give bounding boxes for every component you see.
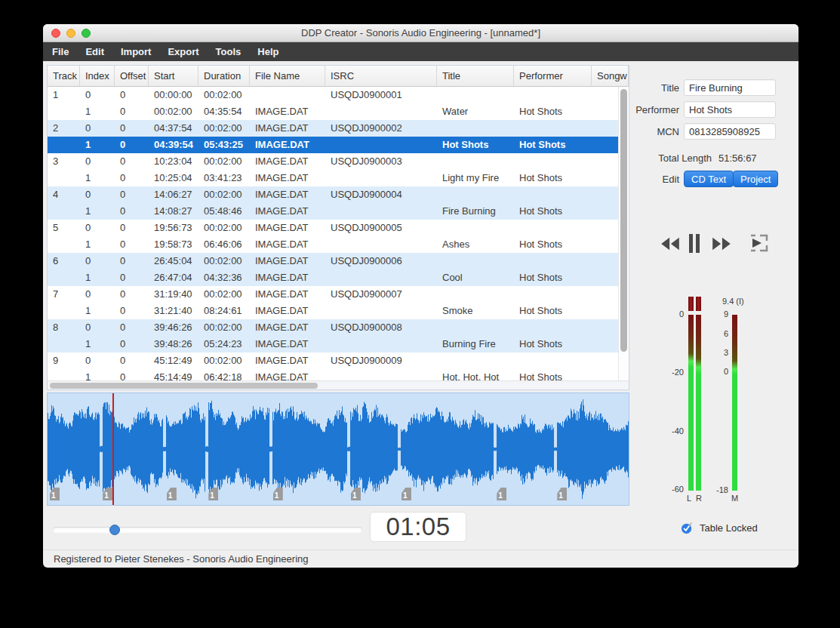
table-cell-songwriter bbox=[592, 269, 618, 286]
minimize-button[interactable] bbox=[66, 29, 75, 38]
table-cell-file: IMAGE.DAT bbox=[250, 170, 325, 186]
table-row[interactable]: 30010:23:0400:02:00IMAGE.DATUSQDJ0900003 bbox=[48, 153, 618, 170]
table-row[interactable]: 1039:48:2605:24:23IMAGE.DATBurning FireH… bbox=[48, 336, 618, 352]
table-cell-songwriter bbox=[592, 352, 618, 369]
menu-bar: FileEditImportExportToolsHelp bbox=[43, 42, 798, 61]
column-header-performer[interactable]: Performer bbox=[514, 66, 592, 86]
table-cell-file: IMAGE.DAT bbox=[250, 253, 325, 269]
table-cell-duration: 00:02:00 bbox=[198, 220, 250, 236]
menu-export[interactable]: Export bbox=[159, 42, 207, 61]
lr-scale-tick: -20 bbox=[654, 368, 684, 377]
table-cell-isrc bbox=[325, 336, 437, 352]
table-cell-title: Light my Fire bbox=[437, 170, 514, 186]
table-cell-track bbox=[48, 369, 80, 380]
table-cell-file: IMAGE.DAT bbox=[250, 369, 325, 380]
table-cell-performer: Hot Shots bbox=[514, 236, 592, 253]
column-header-start[interactable]: Start bbox=[149, 66, 198, 86]
table-cell-file: IMAGE.DAT bbox=[250, 153, 325, 170]
table-cell-duration: 03:41:23 bbox=[198, 170, 250, 186]
table-cell-track: 6 bbox=[48, 253, 80, 269]
table-cell-title bbox=[437, 286, 514, 303]
column-header-index[interactable]: Index bbox=[80, 66, 115, 86]
table-cell-title bbox=[437, 319, 514, 336]
table-cell-file: IMAGE.DAT bbox=[250, 303, 325, 319]
waveform-canvas bbox=[48, 393, 629, 505]
menu-import[interactable]: Import bbox=[112, 42, 159, 61]
table-cell-file bbox=[250, 87, 325, 103]
column-header-track[interactable]: Track bbox=[48, 66, 80, 86]
table-cell-start: 14:06:27 bbox=[149, 186, 198, 203]
right-level-meter bbox=[696, 315, 701, 491]
column-header-title[interactable]: Title bbox=[437, 66, 514, 86]
cd-text-button[interactable]: CD Text bbox=[684, 171, 734, 187]
table-cell-title bbox=[437, 153, 514, 170]
table-cell-track bbox=[48, 170, 80, 186]
table-cell-index: 1 bbox=[80, 269, 115, 286]
column-header-offset[interactable]: Offset bbox=[115, 66, 149, 86]
table-cell-index: 0 bbox=[80, 253, 115, 269]
table-row[interactable]: 1026:47:0404:32:36IMAGE.DATCoolHot Shots bbox=[48, 269, 618, 286]
mcn-field[interactable] bbox=[684, 123, 776, 140]
waveform-display[interactable]: 111111111 bbox=[47, 392, 629, 506]
table-row[interactable]: 70031:19:4000:02:00IMAGE.DATUSQDJ0900007 bbox=[48, 286, 618, 303]
column-header-file-name[interactable]: File Name bbox=[250, 66, 325, 86]
menu-help[interactable]: Help bbox=[249, 42, 287, 61]
title-field[interactable] bbox=[684, 79, 776, 96]
table-cell-offset: 0 bbox=[115, 352, 149, 369]
table-cell-index: 0 bbox=[80, 352, 115, 369]
pause-button[interactable] bbox=[688, 233, 701, 257]
table-row[interactable]: 1000:02:0004:35:54IMAGE.DATWaterHot Shot… bbox=[48, 103, 618, 120]
playhead-cursor[interactable] bbox=[112, 393, 114, 505]
table-cell-title: Cool bbox=[437, 269, 514, 286]
horizontal-scrollbar[interactable] bbox=[48, 380, 629, 389]
table-cell-performer bbox=[514, 253, 592, 269]
project-button[interactable]: Project bbox=[733, 171, 778, 187]
table-row[interactable]: 50019:56:7300:02:00IMAGE.DATUSQDJ0900005 bbox=[48, 220, 618, 236]
table-cell-isrc: USQDJ0900009 bbox=[325, 352, 437, 369]
table-row[interactable]: 80039:46:2600:02:00IMAGE.DATUSQDJ0900008 bbox=[48, 319, 618, 336]
table-cell-offset: 0 bbox=[115, 170, 149, 186]
table-cell-songwriter bbox=[592, 203, 618, 220]
table-row[interactable]: 40014:06:2700:02:00IMAGE.DATUSQDJ0900004 bbox=[48, 186, 618, 203]
table-cell-isrc bbox=[325, 170, 437, 186]
seek-slider-thumb[interactable] bbox=[109, 525, 120, 535]
table-row[interactable]: 1045:14:4906:42:18IMAGE.DATHot, Hot, Hot… bbox=[48, 369, 618, 380]
table-cell-performer: Hot Shots bbox=[514, 336, 592, 352]
close-button[interactable] bbox=[51, 29, 60, 38]
table-row[interactable]: 1010:25:0403:41:23IMAGE.DATLight my Fire… bbox=[48, 170, 618, 186]
column-header-isrc[interactable]: ISRC bbox=[325, 66, 437, 86]
table-cell-offset: 0 bbox=[115, 286, 149, 303]
table-row[interactable]: 10000:00:0000:02:00USQDJ0900001 bbox=[48, 87, 618, 103]
table-cell-title bbox=[437, 253, 514, 269]
zoom-button[interactable] bbox=[82, 29, 91, 38]
table-row[interactable]: 90045:12:4900:02:00IMAGE.DATUSQDJ0900009 bbox=[48, 352, 618, 369]
table-cell-start: 39:48:26 bbox=[149, 336, 198, 352]
column-header-duration[interactable]: Duration bbox=[198, 66, 250, 86]
table-cell-title bbox=[437, 220, 514, 236]
table-row[interactable]: 20004:37:5400:02:00IMAGE.DATUSQDJ0900002 bbox=[48, 120, 618, 137]
table-cell-offset: 0 bbox=[115, 220, 149, 236]
horizontal-scrollbar-thumb[interactable] bbox=[50, 383, 318, 389]
performer-field[interactable] bbox=[684, 101, 776, 118]
play-range-button[interactable] bbox=[749, 233, 769, 256]
table-row[interactable]: 1004:39:5405:43:25IMAGE.DATHot ShotsHot … bbox=[48, 137, 618, 153]
fast-forward-button[interactable] bbox=[712, 236, 731, 254]
table-cell-isrc bbox=[325, 236, 437, 253]
table-cell-file: IMAGE.DAT bbox=[250, 236, 325, 253]
table-cell-offset: 0 bbox=[115, 153, 149, 170]
table-row[interactable]: 1031:21:4008:24:61IMAGE.DATSmokeHot Shot… bbox=[48, 303, 618, 319]
window-title: DDP Creator - Sonoris Audio Engineering … bbox=[43, 24, 798, 42]
table-locked-checkbox[interactable] bbox=[681, 522, 694, 534]
menu-file[interactable]: File bbox=[44, 42, 77, 61]
menu-tools[interactable]: Tools bbox=[208, 42, 250, 61]
menu-edit[interactable]: Edit bbox=[77, 42, 112, 61]
table-cell-start: 39:46:26 bbox=[149, 319, 198, 336]
table-cell-performer bbox=[514, 319, 592, 336]
rewind-button[interactable] bbox=[660, 236, 680, 254]
table-cell-offset: 0 bbox=[115, 336, 149, 352]
table-row[interactable]: 1014:08:2705:48:46IMAGE.DATFire BurningH… bbox=[48, 203, 618, 220]
table-cell-offset: 0 bbox=[115, 137, 149, 153]
seek-slider[interactable] bbox=[53, 527, 362, 533]
table-row[interactable]: 1019:58:7306:46:06IMAGE.DATAshesHot Shot… bbox=[48, 236, 618, 253]
table-row[interactable]: 60026:45:0400:02:00IMAGE.DATUSQDJ0900006 bbox=[48, 253, 618, 269]
